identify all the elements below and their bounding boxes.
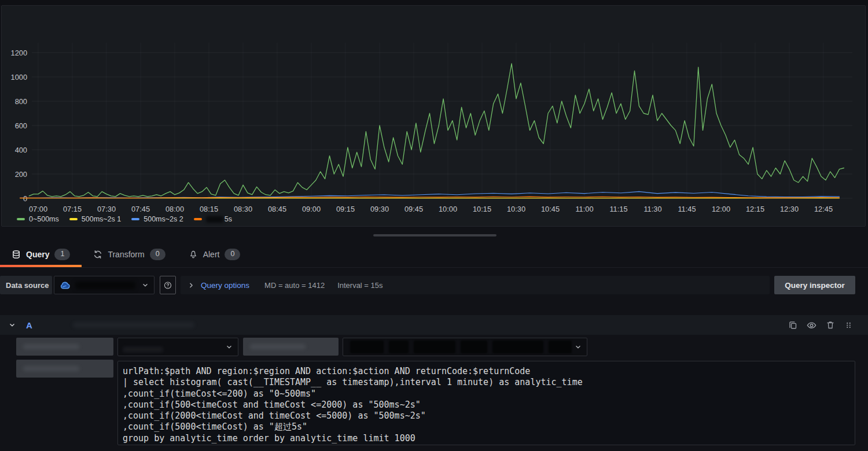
legend-swatch bbox=[17, 218, 25, 220]
timeseries-chart[interactable]: 02004006008001000120007:0007:1507:3007:4… bbox=[2, 6, 865, 226]
x-axis-label: 07:00 bbox=[29, 205, 47, 213]
code-line: ,count_if(timeCost<=200) as "0~500ms" bbox=[123, 389, 850, 400]
x-axis-label: 09:00 bbox=[302, 205, 321, 213]
code-line: group by analytic_time order by analytic… bbox=[123, 433, 850, 444]
datasource-help-button[interactable] bbox=[160, 276, 176, 294]
x-axis-label: 09:45 bbox=[404, 205, 423, 213]
query-options-label: Query options bbox=[201, 281, 249, 290]
legend-item[interactable]: 5s bbox=[194, 215, 232, 224]
transform-icon bbox=[93, 250, 102, 259]
tab-alert[interactable]: Alert 0 bbox=[177, 242, 252, 267]
panel-resize-handle[interactable] bbox=[373, 234, 496, 236]
eye-icon[interactable] bbox=[807, 320, 816, 330]
x-axis-label: 09:15 bbox=[336, 205, 355, 213]
query-editor[interactable]: urlPath:$path AND region:$region AND act… bbox=[117, 361, 855, 445]
redacted-option bbox=[350, 341, 572, 353]
x-axis-label: 10:30 bbox=[507, 205, 525, 213]
query-row-header[interactable]: A bbox=[0, 315, 868, 335]
tab-count-badge: 0 bbox=[225, 249, 240, 260]
field-select-2[interactable] bbox=[343, 338, 587, 356]
datasource-label: Data source bbox=[0, 276, 52, 294]
tab-label: Query bbox=[26, 250, 49, 259]
query-options-toggle[interactable]: Query options MD = auto = 1412 Interval … bbox=[181, 276, 770, 294]
legend-swatch bbox=[194, 218, 202, 220]
legend-label: 500ms~2s 2 bbox=[144, 215, 183, 224]
tab-label: Alert bbox=[203, 250, 220, 259]
x-axis-label: 07:15 bbox=[63, 205, 82, 213]
legend-item[interactable]: 500ms~2s 2 bbox=[131, 215, 183, 224]
x-axis-label: 10:00 bbox=[439, 205, 457, 213]
datasource-select[interactable] bbox=[54, 276, 155, 294]
code-line: ,count_if(2000<timeCost and timeCost <=5… bbox=[123, 411, 850, 422]
x-axis-label: 11:45 bbox=[678, 205, 696, 213]
x-axis-label: 12:00 bbox=[712, 205, 730, 213]
top-strip bbox=[0, 0, 868, 5]
timeseries-panel: 02004006008001000120007:0007:1507:3007:4… bbox=[1, 5, 866, 227]
x-axis-label: 08:00 bbox=[165, 205, 184, 213]
x-axis-label: 10:15 bbox=[473, 205, 491, 213]
chevron-right-icon bbox=[187, 282, 195, 289]
y-axis-label: 400 bbox=[15, 146, 27, 154]
x-axis-label: 08:30 bbox=[234, 205, 252, 213]
cloud-icon bbox=[59, 279, 71, 291]
y-axis-label: 800 bbox=[15, 97, 27, 106]
legend-swatch bbox=[69, 218, 78, 220]
collapse-chevron-icon bbox=[8, 321, 16, 329]
tab-query[interactable]: Query 1 bbox=[0, 242, 82, 267]
code-line: | select histogram( cast(__TIMESTAMP__ a… bbox=[123, 377, 850, 388]
legend-label: 5s bbox=[225, 215, 232, 224]
chevron-down-icon bbox=[225, 343, 233, 351]
code-line: ,count_if(5000<timeCost) as "超过5s" bbox=[123, 422, 850, 432]
x-axis-label: 08:15 bbox=[200, 205, 218, 213]
x-axis-label: 07:45 bbox=[131, 205, 150, 213]
query-row-letter: A bbox=[26, 320, 32, 330]
field-label-redacted-1 bbox=[16, 338, 113, 356]
x-axis-label: 12:15 bbox=[746, 205, 764, 213]
x-axis-label: 11:00 bbox=[575, 205, 593, 213]
x-axis-label: 07:30 bbox=[97, 205, 116, 213]
y-axis-label: 1000 bbox=[11, 73, 27, 82]
code-line: ,count_if(500<timeCost and timeCost <=20… bbox=[123, 400, 850, 411]
redacted-option bbox=[123, 347, 163, 352]
query-toolbar: Data source Query options MD = auto = 14… bbox=[0, 276, 868, 294]
tab-count-badge: 0 bbox=[150, 249, 165, 260]
tab-transform[interactable]: Transform 0 bbox=[82, 242, 176, 267]
tab-label: Transform bbox=[108, 250, 144, 259]
series-line-1 bbox=[29, 64, 844, 197]
interval-value: Interval = 15s bbox=[337, 281, 382, 290]
chevron-down-icon bbox=[574, 343, 582, 351]
field-select-1[interactable] bbox=[117, 338, 238, 356]
trash-icon[interactable] bbox=[826, 320, 835, 330]
query-inspector-button[interactable]: Query inspector bbox=[774, 276, 855, 294]
drag-handle-icon[interactable] bbox=[844, 321, 853, 330]
x-axis-label: 10:45 bbox=[541, 205, 560, 213]
code-line: urlPath:$path AND region:$region AND act… bbox=[123, 366, 850, 377]
editor-tabbar: Query 1 Transform 0 Alert 0 bbox=[0, 242, 868, 268]
chevron-down-icon bbox=[141, 281, 149, 289]
legend-label: 0~500ms bbox=[29, 215, 59, 224]
y-axis-label: 200 bbox=[15, 170, 27, 179]
duplicate-icon[interactable] bbox=[788, 320, 797, 330]
question-circle-icon bbox=[164, 280, 172, 290]
legend-label: 500ms~2s 1 bbox=[82, 215, 121, 224]
legend-item[interactable]: 0~500ms bbox=[17, 215, 59, 224]
x-axis-label: 11:15 bbox=[609, 205, 627, 213]
legend-swatch bbox=[131, 218, 139, 220]
database-icon bbox=[12, 250, 21, 259]
legend-item[interactable]: 500ms~2s 1 bbox=[69, 215, 121, 224]
field-label-redacted-3 bbox=[16, 360, 113, 378]
y-axis-label: 1200 bbox=[11, 49, 27, 57]
redacted-row-title bbox=[73, 322, 194, 328]
field-label-redacted-2 bbox=[243, 338, 339, 356]
redacted-datasource-name bbox=[75, 282, 135, 289]
x-axis-label: 09:30 bbox=[370, 205, 389, 213]
redacted-legend-text bbox=[206, 216, 223, 223]
md-value: MD = auto = 1412 bbox=[264, 281, 325, 290]
x-axis-label: 11:30 bbox=[643, 205, 661, 213]
tab-count-badge: 1 bbox=[54, 249, 70, 260]
y-axis-label: 600 bbox=[15, 121, 27, 130]
x-axis-label: 12:30 bbox=[780, 205, 799, 213]
x-axis-label: 08:45 bbox=[268, 205, 286, 213]
x-axis-label: 12:45 bbox=[814, 205, 833, 213]
bell-icon bbox=[189, 250, 198, 259]
